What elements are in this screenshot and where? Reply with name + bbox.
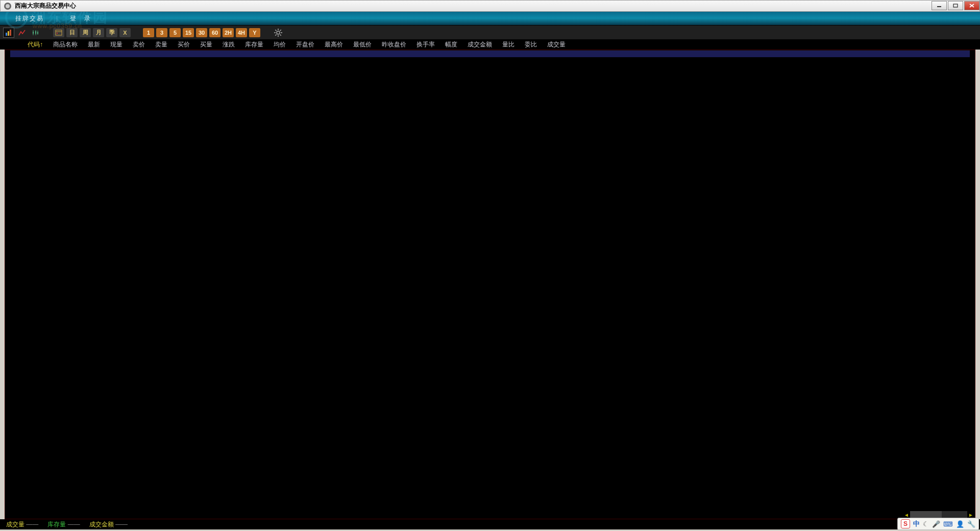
toolbar: 日 周 月 季 X 1 3 5 15 30 60 2H 4H Y [0, 25, 980, 39]
period-60-button[interactable]: 60 [209, 28, 220, 37]
period-15-button[interactable]: 15 [183, 28, 194, 37]
col-volume[interactable]: 成交量 [542, 40, 571, 49]
svg-point-18 [277, 31, 280, 34]
status-turnover-value: —— [115, 521, 128, 528]
status-turnover-label: 成交金额 [89, 521, 114, 528]
ime-sogou-icon[interactable]: S [901, 519, 910, 528]
svg-rect-10 [33, 32, 34, 34]
period-week-button[interactable]: 周 [80, 28, 91, 37]
period-y-button[interactable]: Y [249, 28, 260, 37]
menu-login[interactable]: 登 录 [70, 14, 91, 23]
col-inventory[interactable]: 库存量 [240, 40, 268, 49]
horizontal-scrollbar[interactable]: ◄ ► [903, 511, 974, 518]
menu-separator: | [56, 15, 58, 22]
scroll-left-icon[interactable]: ◄ [903, 511, 910, 518]
col-low[interactable]: 最低价 [348, 40, 377, 49]
col-name[interactable]: 商品名称 [48, 40, 83, 49]
period-quarter-button[interactable]: 季 [106, 28, 117, 37]
ime-zhong[interactable]: 中 [913, 519, 920, 528]
col-change[interactable]: 涨跌 [217, 40, 240, 49]
status-volume-value: —— [26, 521, 38, 528]
ime-tool-icon[interactable]: 🔧 [967, 520, 975, 528]
period-3-button[interactable]: 3 [156, 28, 167, 37]
col-turnrate[interactable]: 换手率 [411, 40, 440, 49]
ime-person-icon[interactable]: 👤 [956, 520, 964, 528]
app-icon [4, 2, 12, 10]
col-curvol[interactable]: 现量 [105, 40, 128, 49]
data-area: ◄ ► [5, 50, 975, 519]
svg-rect-8 [10, 30, 11, 36]
minimize-button[interactable] [932, 1, 947, 10]
svg-rect-3 [953, 4, 958, 7]
svg-rect-15 [56, 30, 62, 35]
col-orderratio[interactable]: 委比 [520, 40, 542, 49]
scroll-thumb[interactable] [910, 511, 942, 518]
table-body [5, 57, 975, 519]
chart-bar-icon[interactable] [3, 28, 14, 38]
svg-point-1 [6, 4, 10, 8]
period-day-button[interactable]: 日 [66, 28, 78, 37]
ime-keyboard-icon[interactable]: ⌨ [943, 520, 953, 528]
svg-rect-6 [6, 33, 7, 36]
col-prevclose[interactable]: 昨收盘价 [377, 40, 411, 49]
window-title: 西南大宗商品交易中心 [15, 2, 76, 10]
period-4h-button[interactable]: 4H [236, 28, 247, 37]
svg-line-25 [280, 30, 281, 31]
scroll-right-icon[interactable]: ► [967, 511, 974, 518]
maximize-button[interactable] [948, 1, 963, 10]
table-selected-row[interactable] [10, 50, 970, 57]
col-bid[interactable]: 买价 [173, 40, 195, 49]
menubar: 挂牌交易 | 登 录 [0, 12, 980, 25]
col-last[interactable]: 最新 [83, 40, 105, 49]
ime-mic-icon[interactable]: 🎤 [932, 520, 940, 528]
statusbar: 成交量 —— 库存量 —— 成交金额 —— [0, 519, 980, 529]
col-askvol[interactable]: 卖量 [150, 40, 173, 49]
window-controls [930, 1, 979, 11]
col-volratio[interactable]: 量比 [497, 40, 520, 49]
col-avg[interactable]: 均价 [268, 40, 291, 49]
period-30-button[interactable]: 30 [196, 28, 207, 37]
col-amplitude[interactable]: 幅度 [440, 40, 462, 49]
svg-line-24 [280, 34, 281, 35]
col-open[interactable]: 开盘价 [291, 40, 320, 49]
svg-rect-17 [57, 33, 58, 34]
col-high[interactable]: 最高价 [320, 40, 348, 49]
close-button[interactable] [964, 1, 979, 10]
period-month-button[interactable]: 月 [93, 28, 104, 37]
menu-trade[interactable]: 挂牌交易 [15, 14, 44, 23]
svg-line-26 [275, 34, 276, 35]
svg-rect-14 [37, 32, 38, 34]
status-inventory-label: 库存量 [47, 521, 66, 528]
period-x-button[interactable]: X [119, 28, 131, 37]
table-column-header: 代码↑ 商品名称 最新 现量 卖价 卖量 买价 买量 涨跌 库存量 均价 开盘价… [0, 39, 980, 50]
chart-line-icon[interactable] [16, 28, 28, 38]
titlebar: 西南大宗商品交易中心 [0, 0, 980, 12]
svg-rect-7 [8, 31, 9, 36]
svg-rect-12 [35, 31, 36, 34]
col-bidvol[interactable]: 买量 [195, 40, 217, 49]
col-code[interactable]: 代码↑ [22, 40, 48, 49]
status-inventory-value: —— [68, 521, 80, 528]
period-5-button[interactable]: 5 [169, 28, 181, 37]
chart-candlestick-icon[interactable] [30, 28, 41, 38]
svg-line-23 [275, 30, 276, 31]
ime-moon-icon[interactable]: ☾ [923, 520, 929, 528]
calendar-icon[interactable] [53, 28, 64, 37]
period-2h-button[interactable]: 2H [223, 28, 234, 37]
col-turnover[interactable]: 成交金额 [462, 40, 497, 49]
status-volume-label: 成交量 [6, 521, 24, 528]
scroll-track[interactable] [910, 511, 967, 518]
col-ask[interactable]: 卖价 [128, 40, 150, 49]
ime-tray: S 中 ☾ 🎤 ⌨ 👤 🔧 [897, 518, 979, 530]
settings-gear-icon[interactable] [273, 28, 284, 38]
period-1-button[interactable]: 1 [143, 28, 154, 37]
